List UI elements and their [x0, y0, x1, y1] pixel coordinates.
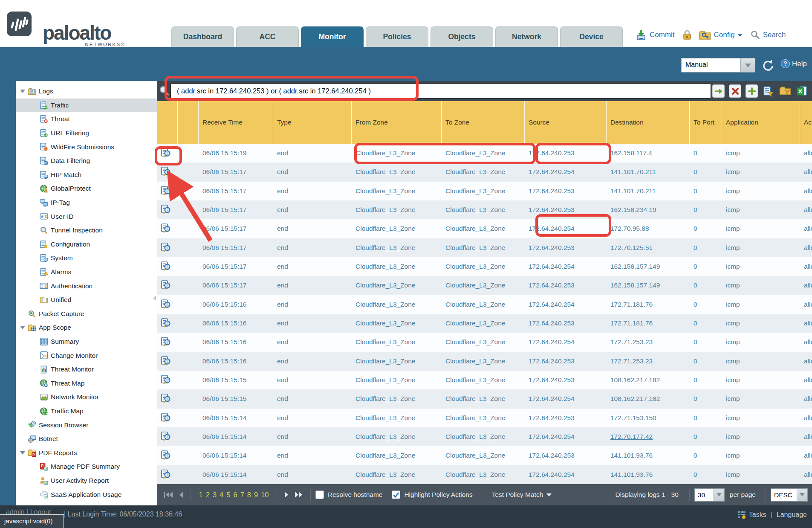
cell-action[interactable]: allow: [800, 182, 812, 200]
cell-from-zone[interactable]: Cloudflare_L3_Zone: [352, 314, 442, 333]
log-detail-icon[interactable]: [157, 276, 178, 295]
cell-destination[interactable]: 108.162.217.182: [607, 389, 690, 408]
cell-source[interactable]: 172.64.240.253: [525, 409, 607, 427]
column-header-receive-time[interactable]: Receive Time: [199, 101, 273, 144]
cell-to-zone[interactable]: Cloudflare_L3_Zone: [442, 314, 525, 333]
tab-policies[interactable]: Policies: [366, 26, 428, 47]
cell-application[interactable]: icmp: [722, 144, 800, 162]
sidebar-item-alarms[interactable]: Alarms: [16, 265, 157, 279]
sidebar-item-hip-match[interactable]: HIP Match: [16, 168, 157, 182]
cell-destination[interactable]: 141.101.70.211: [607, 182, 690, 200]
sidebar-item-threat-map[interactable]: Threat Map: [16, 376, 157, 390]
cell-source[interactable]: 172.64.240.253: [525, 446, 607, 465]
sidebar-item-globalprotect[interactable]: GlobalProtect: [16, 182, 157, 196]
cell-from-zone[interactable]: Cloudflare_L3_Zone: [352, 465, 442, 484]
cell-from-zone[interactable]: Cloudflare_L3_Zone: [352, 389, 442, 408]
column-header-destination[interactable]: Destination: [607, 101, 690, 144]
expand-triangle-icon[interactable]: [20, 451, 25, 455]
sidebar-item-unified[interactable]: Unified: [16, 293, 157, 307]
add-filter-button[interactable]: [746, 84, 758, 98]
search-button[interactable]: Search: [750, 30, 786, 40]
cell-application[interactable]: icmp: [722, 352, 800, 371]
cell-destination[interactable]: 141.101.93.76: [607, 446, 690, 465]
log-detail-icon[interactable]: [157, 162, 178, 181]
page-number-9[interactable]: 9: [254, 491, 258, 499]
sort-order-select[interactable]: DESC: [771, 488, 808, 502]
cell-destination[interactable]: 172.71.181.76: [607, 314, 690, 333]
sidebar-item-configuration[interactable]: Configuration: [16, 238, 157, 252]
tasks-link[interactable]: Tasks: [749, 511, 766, 519]
cell-application[interactable]: icmp: [722, 257, 800, 276]
last-page-button[interactable]: [294, 491, 303, 499]
cell-source[interactable]: 172.64.240.253: [525, 276, 607, 295]
sidebar-item-authentication[interactable]: Authentication: [16, 279, 157, 293]
cell-from-zone[interactable]: Cloudflare_L3_Zone: [352, 144, 442, 162]
cell-application[interactable]: icmp: [722, 182, 800, 200]
page-number-2[interactable]: 2: [206, 491, 210, 499]
cell-source[interactable]: 172.64.240.254: [525, 389, 607, 408]
tab-dashboard[interactable]: Dashboard: [171, 26, 234, 47]
sidebar-item-manage-pdf-summary[interactable]: Manage PDF Summary: [16, 460, 157, 474]
cell-source[interactable]: 172.64.240.253: [525, 352, 607, 371]
sidebar-item-user-activity-report[interactable]: User Activity Report: [16, 474, 157, 488]
tab-device[interactable]: Device: [560, 26, 623, 47]
tab-acc[interactable]: ACC: [236, 26, 299, 47]
cell-source[interactable]: 172.64.240.253: [525, 144, 607, 162]
cell-action[interactable]: allow: [800, 200, 812, 219]
cell-destination[interactable]: 172.71.253.23: [607, 333, 690, 351]
page-number-5[interactable]: 5: [226, 491, 230, 499]
cell-from-zone[interactable]: Cloudflare_L3_Zone: [352, 333, 442, 351]
column-header-to-port[interactable]: To Port: [690, 101, 722, 144]
sidebar-item-user-id[interactable]: User-ID: [16, 209, 157, 223]
cell-to-zone[interactable]: Cloudflare_L3_Zone: [442, 144, 525, 162]
cell-application[interactable]: icmp: [722, 276, 800, 295]
filter-builder-button[interactable]: [762, 84, 774, 98]
cell-to-zone[interactable]: Cloudflare_L3_Zone: [442, 182, 525, 200]
cell-source[interactable]: 172.64.240.254: [525, 427, 607, 446]
cell-from-zone[interactable]: Cloudflare_L3_Zone: [352, 371, 442, 389]
log-detail-icon[interactable]: [157, 352, 178, 371]
expand-triangle-icon[interactable]: [20, 326, 25, 329]
cell-action[interactable]: allow: [800, 238, 812, 257]
log-detail-icon[interactable]: [157, 446, 178, 465]
cell-from-zone[interactable]: Cloudflare_L3_Zone: [352, 446, 442, 465]
cell-destination[interactable]: 162.158.157.149: [607, 276, 690, 295]
cell-destination[interactable]: 172.70.125.51: [607, 238, 690, 257]
column-header-to-zone[interactable]: To Zone: [442, 101, 525, 144]
sidebar-item-tunnel-inspection[interactable]: Tunnel Inspection: [16, 223, 157, 238]
cell-from-zone[interactable]: Cloudflare_L3_Zone: [352, 238, 442, 257]
cell-destination[interactable]: 172.70.95.88: [607, 219, 690, 238]
cell-action[interactable]: allow: [800, 427, 812, 446]
cell-action[interactable]: allow: [800, 352, 812, 371]
expand-triangle-icon[interactable]: [20, 90, 25, 93]
cell-application[interactable]: icmp: [722, 389, 800, 408]
sidebar-item-traffic-map[interactable]: Traffic Map: [16, 404, 157, 418]
cell-destination[interactable]: 172.71.181.76: [607, 295, 690, 314]
cell-to-zone[interactable]: Cloudflare_L3_Zone: [442, 427, 525, 446]
page-number-8[interactable]: 8: [247, 491, 251, 499]
log-detail-icon[interactable]: [157, 144, 178, 162]
sidebar-item-packet-capture[interactable]: Packet Capture: [16, 307, 157, 321]
log-detail-icon[interactable]: [157, 182, 178, 200]
cell-from-zone[interactable]: Cloudflare_L3_Zone: [352, 409, 442, 427]
cell-application[interactable]: icmp: [722, 446, 800, 465]
cell-application[interactable]: icmp: [722, 162, 800, 181]
sidebar-item-change-monitor[interactable]: Change Monitor: [16, 348, 157, 363]
cell-destination[interactable]: 141.101.70.211: [607, 162, 690, 181]
cell-action[interactable]: allow: [800, 257, 812, 276]
load-filter-button[interactable]: [779, 84, 791, 98]
sidebar-item-system[interactable]: System: [16, 251, 157, 265]
cell-application[interactable]: icmp: [722, 219, 800, 238]
prev-page-button[interactable]: [178, 491, 184, 499]
sidebar-item-saas-application-usage[interactable]: SaaS Application Usage: [16, 487, 157, 502]
log-detail-icon[interactable]: [157, 427, 178, 446]
cell-to-zone[interactable]: Cloudflare_L3_Zone: [442, 219, 525, 238]
sidebar-item-app-scope[interactable]: App Scope: [16, 321, 157, 335]
sort-order-dropdown-button[interactable]: [797, 488, 808, 502]
page-number-6[interactable]: 6: [233, 491, 237, 499]
clear-filter-button[interactable]: [729, 84, 741, 98]
per-page-dropdown-button[interactable]: [714, 488, 725, 502]
cell-from-zone[interactable]: Cloudflare_L3_Zone: [352, 276, 442, 295]
column-header-type[interactable]: Type: [273, 101, 352, 144]
cell-source[interactable]: 172.64.240.254: [525, 333, 607, 351]
